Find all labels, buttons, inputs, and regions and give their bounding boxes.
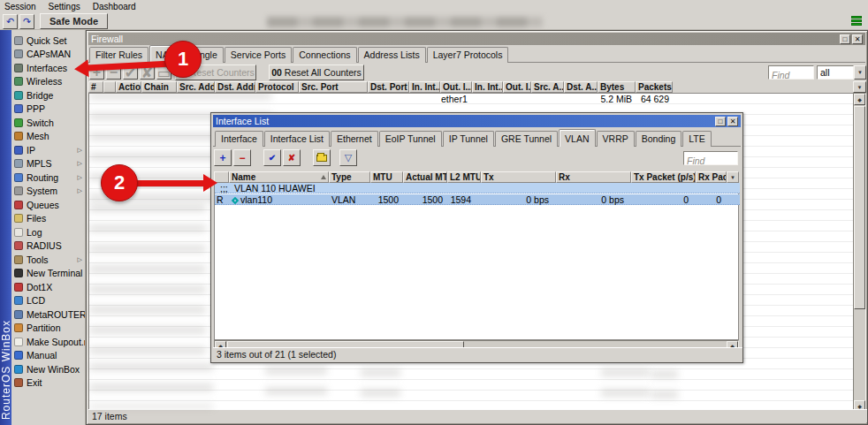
column-header-out-interface[interactable]: Out. I... bbox=[440, 81, 472, 93]
sidebar-item-lcd[interactable]: LCD bbox=[11, 294, 85, 308]
column-header-src-address-list[interactable]: Src. A... bbox=[531, 81, 564, 93]
sidebar-item-exit[interactable]: Exit bbox=[11, 376, 85, 391]
sidebar-item-ppp[interactable]: PPP bbox=[11, 102, 85, 117]
safe-mode-button[interactable]: Safe Mode bbox=[40, 13, 108, 29]
sidebar-item-bridge[interactable]: Bridge bbox=[11, 88, 85, 102]
fw-column-picker-button[interactable]: ▼ bbox=[853, 81, 866, 93]
sidebar-item-mpls[interactable]: MPLS▷ bbox=[11, 157, 85, 171]
column-header-chain[interactable]: Chain bbox=[141, 81, 177, 93]
interface-list-close-button[interactable]: ✕ bbox=[727, 117, 738, 126]
sidebar-item-tools[interactable]: Tools▷ bbox=[11, 253, 85, 267]
submenu-arrow-icon: ▷ bbox=[78, 174, 82, 181]
menu-session[interactable]: Session bbox=[4, 2, 36, 11]
sidebar-item-switch[interactable]: Switch bbox=[11, 116, 85, 130]
il-find-box bbox=[683, 151, 738, 165]
fw-find-input[interactable] bbox=[769, 68, 813, 82]
interface-type-cell: VLAN bbox=[330, 194, 371, 205]
reset-all-counters-button[interactable]: 00Reset All Counters bbox=[269, 65, 364, 80]
menu-settings[interactable]: Settings bbox=[49, 2, 80, 11]
tab-address-lists[interactable]: Address Lists bbox=[358, 47, 426, 63]
undo-button[interactable]: ↶ bbox=[3, 14, 18, 29]
firewall-close-button[interactable]: ✕ bbox=[852, 34, 863, 44]
column-header-action[interactable]: Action bbox=[116, 81, 141, 93]
firewall-titlebar[interactable]: Firewall □ ✕ bbox=[88, 33, 865, 45]
interface-list-restore-button[interactable]: □ bbox=[715, 117, 726, 126]
il-enable-button[interactable]: ✔ bbox=[263, 149, 281, 166]
column-header-src-port[interactable]: Src. Port bbox=[299, 81, 368, 93]
metarouter-icon bbox=[14, 310, 23, 319]
sidebar-item-log[interactable]: Log bbox=[11, 225, 85, 239]
vlan-comment-row[interactable]: ;;; VLAN 110 HUAWEI bbox=[215, 183, 740, 194]
sidebar-item-dot1x[interactable]: Dot1X bbox=[11, 280, 85, 294]
arrow-head-right-icon bbox=[203, 174, 217, 192]
tab-service-ports[interactable]: Service Ports bbox=[225, 47, 292, 63]
il-list-body[interactable]: ;;; VLAN 110 HUAWEI R vlan110 VLAN 1500 … bbox=[214, 183, 739, 340]
column-header-in-interface[interactable]: In. Int... bbox=[409, 81, 440, 93]
firewall-restore-button[interactable]: □ bbox=[840, 34, 850, 44]
interface-list-titlebar[interactable]: Interface List □ ✕ bbox=[213, 115, 741, 127]
fw-scrollbar-thumb[interactable] bbox=[854, 106, 865, 309]
tab-bonding[interactable]: Bonding bbox=[636, 131, 682, 147]
column-header-dst-port[interactable]: Dst. Port bbox=[368, 81, 409, 93]
sidebar-item-ip[interactable]: IP▷ bbox=[11, 143, 85, 157]
close-icon: ✕ bbox=[730, 118, 736, 125]
column-header-tx[interactable]: Tx bbox=[481, 171, 556, 183]
column-header-rx-packet[interactable]: Rx Pack bbox=[696, 171, 727, 183]
column-header-protocol[interactable]: Protocol bbox=[255, 81, 299, 93]
il-remove-button[interactable]: − bbox=[233, 149, 251, 166]
sidebar-item-make-supout[interactable]: Make Supout.rif bbox=[11, 335, 85, 349]
column-header-actual-mtu[interactable]: Actual MTU bbox=[403, 171, 447, 183]
sidebar-item-routing[interactable]: Routing▷ bbox=[11, 171, 85, 185]
menu-dashboard[interactable]: Dashboard bbox=[93, 2, 136, 11]
fw-filter-dropdown-button[interactable]: ▼ bbox=[854, 65, 866, 80]
tab-gre-tunnel[interactable]: GRE Tunnel bbox=[495, 131, 558, 147]
column-header-in-interface-list[interactable]: In. Int... bbox=[472, 81, 503, 93]
sidebar-item-new-terminal[interactable]: New Terminal bbox=[11, 267, 85, 281]
column-header-mtu[interactable]: MTU bbox=[370, 171, 403, 183]
il-filter-button[interactable]: ▽ bbox=[339, 149, 357, 166]
il-find-input[interactable] bbox=[684, 154, 737, 168]
column-header-type[interactable]: Type bbox=[329, 171, 370, 183]
sidebar-item-radius[interactable]: RADIUS bbox=[11, 239, 85, 254]
column-header-name[interactable]: Name bbox=[229, 171, 329, 183]
sidebar-item-metarouter[interactable]: MetaROUTER bbox=[11, 307, 85, 322]
tab-lte[interactable]: LTE bbox=[682, 131, 711, 147]
column-header-l2-mtu[interactable]: L2 MTU bbox=[447, 171, 481, 183]
column-header-out-interface-list[interactable]: Out. I... bbox=[503, 81, 531, 93]
sidebar-item-queues[interactable]: Queues bbox=[11, 198, 85, 212]
tab-connections[interactable]: Connections bbox=[293, 47, 356, 63]
tab-ethernet[interactable]: Ethernet bbox=[331, 131, 378, 147]
tab-interface-list[interactable]: Interface List bbox=[264, 131, 330, 147]
tab-eoip-tunnel[interactable]: EoIP Tunnel bbox=[379, 131, 442, 147]
sidebar-item-quick-set[interactable]: Quick Set bbox=[11, 34, 85, 48]
column-header-dst-address-list[interactable]: Dst. A... bbox=[564, 81, 598, 93]
tab-vlan[interactable]: VLAN bbox=[559, 129, 595, 147]
il-comment-button[interactable] bbox=[313, 149, 331, 166]
tab-layer7-protocols[interactable]: Layer7 Protocols bbox=[427, 47, 509, 63]
vlan-interface-icon bbox=[232, 197, 239, 204]
sidebar-item-partition[interactable]: Partition bbox=[11, 322, 85, 336]
sidebar-item-mesh[interactable]: Mesh bbox=[11, 130, 85, 144]
tab-ip-tunnel[interactable]: IP Tunnel bbox=[443, 131, 494, 147]
vlan110-row[interactable]: R vlan110 VLAN 1500 1500 1594 0 bps 0 bp… bbox=[215, 194, 740, 205]
column-header-tx-packet[interactable]: Tx Packet (p/s) bbox=[631, 171, 696, 183]
sidebar-item-files[interactable]: Files bbox=[11, 212, 85, 226]
queues-icon bbox=[14, 201, 23, 209]
column-header-dst-address[interactable]: Dst. Address bbox=[215, 81, 255, 93]
column-header-bytes[interactable]: Bytes bbox=[598, 81, 636, 93]
sidebar-item-new-winbox[interactable]: New WinBox bbox=[11, 362, 85, 376]
column-header-src-address[interactable]: Src. Address bbox=[177, 81, 215, 93]
il-add-button[interactable]: + bbox=[214, 149, 232, 166]
redo-button[interactable]: ↷ bbox=[19, 14, 34, 29]
fw-vertical-scrollbar[interactable]: ◆ ◆ bbox=[853, 93, 866, 413]
sidebar-item-system[interactable]: System▷ bbox=[11, 185, 85, 199]
column-header-rx[interactable]: Rx bbox=[556, 171, 631, 183]
tab-vrrp[interactable]: VRRP bbox=[597, 131, 635, 147]
fw-filter-select[interactable]: all bbox=[817, 65, 854, 80]
il-column-picker-button[interactable]: ▼ bbox=[727, 171, 739, 183]
sidebar-item-manual[interactable]: Manual bbox=[11, 349, 85, 363]
il-disable-button[interactable]: ✘ bbox=[283, 149, 301, 166]
column-header-packets[interactable]: Packets bbox=[636, 81, 673, 93]
scroll-up-icon[interactable]: ◆ bbox=[854, 94, 865, 105]
tab-interface[interactable]: Interface bbox=[215, 131, 263, 147]
